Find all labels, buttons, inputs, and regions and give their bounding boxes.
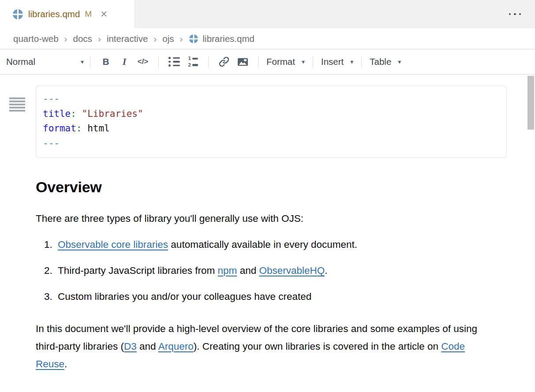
intro-paragraph[interactable]: There are three types of library you'll … xyxy=(36,213,507,224)
tab-title: libraries.qmd xyxy=(28,9,80,19)
formatting-toolbar: Normal ▾ B I </> 1 2 xyxy=(0,49,535,75)
more-actions-icon[interactable] xyxy=(508,10,522,19)
breadcrumb: quarto-web › docs › interactive › ojs › … xyxy=(0,28,535,49)
link-d3[interactable]: D3 xyxy=(124,341,137,352)
list-item-text: Custom libraries you and/or your colleag… xyxy=(58,291,311,302)
chevron-down-icon: ▾ xyxy=(350,58,353,65)
toolbar-divider xyxy=(258,56,258,67)
link-npm[interactable]: npm xyxy=(218,265,237,276)
chevron-down-icon: ▾ xyxy=(398,58,401,65)
quarto-logo-icon xyxy=(189,34,198,44)
bullet-list-icon xyxy=(168,57,180,67)
list-number: 1. xyxy=(44,239,58,250)
link-icon xyxy=(219,56,229,67)
modified-badge: M xyxy=(85,9,92,19)
yaml-line: title: "Libraries" xyxy=(43,107,500,122)
toolbar-divider xyxy=(158,56,159,67)
image-icon xyxy=(237,56,248,67)
paragraph-style-dropdown[interactable]: Normal ▾ xyxy=(6,56,84,67)
list-number: 3. xyxy=(44,291,58,302)
link-observablehq[interactable]: ObservableHQ xyxy=(259,265,325,276)
chevron-right-icon: › xyxy=(64,34,67,44)
breadcrumb-item-libraries-qmd[interactable]: libraries.qmd xyxy=(189,34,254,44)
yaml-line: format: html xyxy=(43,121,500,136)
breadcrumb-label: libraries.qmd xyxy=(203,34,254,44)
yaml-line: --- xyxy=(43,136,500,151)
visual-editor-window: libraries.qmd M ✕ quarto-web › docs › in… xyxy=(0,0,535,392)
toolbar-divider xyxy=(361,56,362,67)
bold-button[interactable]: B xyxy=(99,53,112,70)
tab-bar-spacer xyxy=(135,0,535,28)
toolbar-divider xyxy=(90,56,90,67)
list-item-1[interactable]: 1. Observable core libraries automatical… xyxy=(44,239,507,250)
chevron-down-icon: ▾ xyxy=(81,58,84,65)
chevron-right-icon: › xyxy=(153,34,157,44)
numbered-list-button[interactable]: 1 2 xyxy=(186,53,199,70)
chevron-right-icon: › xyxy=(98,34,101,44)
paragraph-style-value: Normal xyxy=(6,56,35,67)
list-item-text: Observable core libraries automatically … xyxy=(58,239,357,250)
link-observable-core-libraries[interactable]: Observable core libraries xyxy=(58,239,168,250)
chevron-right-icon: › xyxy=(180,34,183,44)
breadcrumb-item-docs[interactable]: docs xyxy=(73,34,92,44)
bullet-list-button[interactable] xyxy=(168,53,181,70)
breadcrumb-item-interactive[interactable]: interactive xyxy=(107,34,148,44)
chevron-down-icon: ▾ xyxy=(302,58,305,65)
document-editor[interactable]: --- title: "Libraries" format: html --- … xyxy=(0,86,535,392)
breadcrumb-item-ojs[interactable]: ojs xyxy=(162,34,174,44)
format-menu-label: Format xyxy=(266,56,295,67)
insert-menu-label: Insert xyxy=(321,56,344,67)
vertical-scrollbar-thumb[interactable] xyxy=(528,76,534,130)
block-drag-handle-icon[interactable] xyxy=(9,97,25,112)
list-item-text: Third-party JavaScript libraries from np… xyxy=(58,265,328,276)
list-number: 2. xyxy=(44,265,58,276)
toolbar-divider xyxy=(208,56,209,67)
heading-overview[interactable]: Overview xyxy=(36,179,507,196)
inline-code-button[interactable]: </> xyxy=(136,53,150,70)
table-menu[interactable]: Table ▾ xyxy=(370,56,401,67)
insert-image-button[interactable] xyxy=(236,53,249,70)
list-item-3[interactable]: 3. Custom libraries you and/or your coll… xyxy=(44,291,507,302)
toolbar-divider xyxy=(313,56,313,67)
quarto-logo-icon xyxy=(12,9,23,20)
outro-paragraph[interactable]: In this document we'll provide a high-le… xyxy=(36,320,481,373)
editor-tab-libraries-qmd[interactable]: libraries.qmd M ✕ xyxy=(0,0,135,28)
numbered-list-icon: 1 2 xyxy=(187,56,198,67)
close-icon[interactable]: ✕ xyxy=(100,9,108,19)
format-menu[interactable]: Format ▾ xyxy=(266,56,305,67)
insert-link-button[interactable] xyxy=(217,53,231,70)
yaml-front-matter-block[interactable]: --- title: "Libraries" format: html --- xyxy=(36,86,507,158)
tab-bar: libraries.qmd M ✕ xyxy=(0,0,535,28)
breadcrumb-item-quarto-web[interactable]: quarto-web xyxy=(13,34,59,44)
insert-menu[interactable]: Insert ▾ xyxy=(321,56,353,67)
italic-button[interactable]: I xyxy=(118,53,131,70)
list-item-2[interactable]: 2. Third-party JavaScript libraries from… xyxy=(44,265,507,276)
link-arquero[interactable]: Arquero xyxy=(158,341,194,352)
yaml-line: --- xyxy=(43,92,500,107)
table-menu-label: Table xyxy=(370,56,391,67)
